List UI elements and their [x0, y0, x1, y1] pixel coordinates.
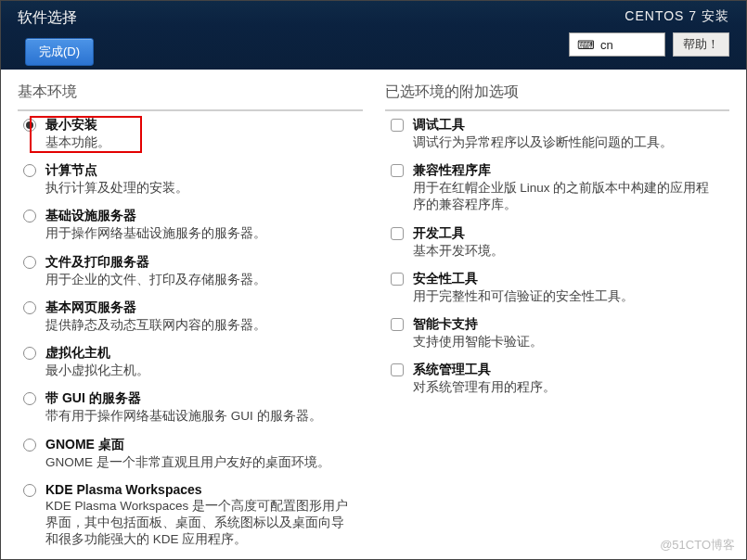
base-env-radio[interactable]: [23, 210, 36, 223]
base-env-radio[interactable]: [23, 301, 36, 314]
base-env-radio[interactable]: [23, 256, 36, 269]
base-env-item[interactable]: 计算节点执行计算及处理的安装。: [18, 157, 359, 202]
addon-checkbox[interactable]: [391, 119, 404, 132]
base-env-title: 基础设施服务器: [45, 208, 355, 224]
base-env-radio[interactable]: [23, 392, 36, 405]
header-controls: ⌨ cn 帮助！: [569, 32, 729, 57]
addon-checkbox[interactable]: [391, 273, 404, 286]
addon-desc: 用于在红帽企业版 Linux 的之前版本中构建的应用程序的兼容程序库。: [413, 180, 723, 213]
addon-desc: 调试行为异常程序以及诊断性能问题的工具。: [413, 134, 723, 151]
addon-item[interactable]: 调试工具调试行为异常程序以及诊断性能问题的工具。: [385, 111, 727, 157]
base-env-desc: 带有用于操作网络基础设施服务 GUI 的服务器。: [45, 408, 355, 425]
base-env-item[interactable]: 带 GUI 的服务器带有用于操作网络基础设施服务 GUI 的服务器。: [18, 385, 359, 430]
watermark: @51CTO博客: [660, 537, 735, 554]
addon-item[interactable]: 兼容性程序库用于在红帽企业版 Linux 的之前版本中构建的应用程序的兼容程序库…: [385, 157, 727, 219]
product-title: CENTOS 7 安装: [625, 8, 729, 25]
keyboard-indicator[interactable]: ⌨ cn: [569, 32, 665, 57]
addon-title: 智能卡支持: [413, 316, 723, 333]
base-env-desc: 执行计算及处理的安装。: [45, 180, 355, 197]
base-env-title: 计算节点: [45, 162, 355, 179]
addon-title: 调试工具: [413, 117, 723, 134]
base-env-radio[interactable]: [23, 439, 36, 452]
base-environment-heading: 基本环境: [18, 83, 363, 102]
base-env-title: 带 GUI 的服务器: [45, 390, 355, 407]
base-env-desc: 基本功能。: [45, 134, 355, 151]
addon-title: 安全性工具: [413, 271, 723, 287]
addon-checkbox[interactable]: [391, 318, 404, 331]
page-title: 软件选择: [18, 8, 569, 28]
addon-desc: 基本开发环境。: [413, 243, 723, 260]
addon-list[interactable]: 调试工具调试行为异常程序以及诊断性能问题的工具。兼容性程序库用于在红帽企业版 L…: [385, 109, 730, 554]
keyboard-layout-label: cn: [600, 38, 613, 52]
base-environment-list[interactable]: 最小安装基本功能。计算节点执行计算及处理的安装。基础设施服务器用于操作网络基础设…: [18, 109, 363, 554]
base-environment-column: 基本环境 最小安装基本功能。计算节点执行计算及处理的安装。基础设施服务器用于操作…: [18, 83, 363, 554]
addon-item[interactable]: 智能卡支持支持使用智能卡验证。: [385, 311, 727, 356]
base-env-item[interactable]: GNOME 桌面GNOME 是一个非常直观且用户友好的桌面环境。: [18, 431, 359, 477]
addon-heading: 已选环境的附加选项: [385, 83, 730, 102]
help-button[interactable]: 帮助！: [673, 32, 729, 57]
base-env-item[interactable]: 虚拟化主机最小虚拟化主机。: [18, 339, 359, 385]
addon-item[interactable]: 开发工具基本开发环境。: [385, 220, 727, 265]
done-button[interactable]: 完成(D): [25, 38, 94, 66]
base-env-title: GNOME 桌面: [45, 437, 355, 453]
base-env-desc: 最小虚拟化主机。: [45, 363, 355, 379]
addon-title: 兼容性程序库: [413, 162, 723, 179]
addon-title: 系统管理工具: [413, 362, 723, 378]
addon-title: 开发工具: [413, 225, 723, 242]
base-env-title: 基本网页服务器: [45, 299, 355, 316]
content-area: 基本环境 最小安装基本功能。计算节点执行计算及处理的安装。基础设施服务器用于操作…: [1, 70, 746, 559]
addon-item[interactable]: 安全性工具用于完整性和可信验证的安全性工具。: [385, 265, 727, 311]
base-env-item[interactable]: 文件及打印服务器用于企业的文件、打印及存储服务器。: [18, 248, 359, 294]
addon-checkbox[interactable]: [391, 363, 404, 376]
addon-checkbox[interactable]: [391, 227, 404, 240]
base-env-desc: 用于操作网络基础设施服务的服务器。: [45, 225, 355, 242]
addon-desc: 对系统管理有用的程序。: [413, 379, 723, 396]
base-env-desc: 用于企业的文件、打印及存储服务器。: [45, 272, 355, 288]
base-env-title: 最小安装: [45, 117, 355, 134]
base-env-desc: 提供静态及动态互联网内容的服务器。: [45, 317, 355, 334]
base-env-title: 文件及打印服务器: [45, 254, 355, 271]
base-env-title: KDE Plasma Workspaces: [45, 482, 355, 497]
addon-item[interactable]: 系统管理工具对系统管理有用的程序。: [385, 356, 727, 401]
base-env-item[interactable]: KDE Plasma WorkspacesKDE Plasma Workspac…: [18, 477, 359, 554]
base-env-radio[interactable]: [23, 484, 36, 497]
addon-desc: 用于完整性和可信验证的安全性工具。: [413, 288, 723, 305]
base-env-item[interactable]: 基本网页服务器提供静态及动态互联网内容的服务器。: [18, 294, 359, 339]
header-right: CENTOS 7 安装 ⌨ cn 帮助！: [569, 8, 729, 57]
base-env-title: 虚拟化主机: [45, 345, 355, 362]
base-env-desc: KDE Plasma Workspaces 是一个高度可配置图形用户界面，其中包…: [45, 498, 355, 549]
header-bar: 软件选择 CENTOS 7 安装 ⌨ cn 帮助！ 完成(D): [1, 1, 746, 70]
base-env-radio[interactable]: [23, 119, 36, 132]
addon-checkbox[interactable]: [391, 164, 404, 177]
base-env-item[interactable]: 最小安装基本功能。: [18, 111, 359, 157]
base-env-radio[interactable]: [23, 347, 36, 360]
base-env-radio[interactable]: [23, 164, 36, 177]
base-env-desc: GNOME 是一个非常直观且用户友好的桌面环境。: [45, 454, 355, 471]
keyboard-icon: ⌨: [577, 38, 595, 52]
addon-column: 已选环境的附加选项 调试工具调试行为异常程序以及诊断性能问题的工具。兼容性程序库…: [385, 83, 730, 554]
base-env-item[interactable]: 基础设施服务器用于操作网络基础设施服务的服务器。: [18, 202, 359, 248]
addon-desc: 支持使用智能卡验证。: [413, 334, 723, 350]
